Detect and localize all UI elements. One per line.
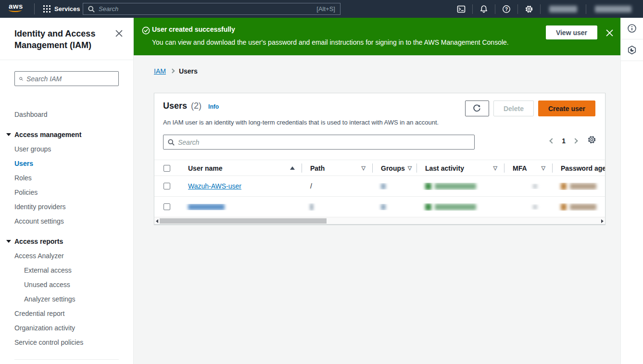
cloudshell-icon — [457, 5, 466, 13]
sidebar-item-identity-providers[interactable]: Identity providers — [0, 200, 133, 214]
breadcrumb-iam-link[interactable]: IAM — [154, 67, 166, 75]
sidebar-item-service-control-policies[interactable]: Service control policies — [0, 335, 133, 350]
mfa-value-redacted — [533, 204, 537, 210]
sidebar-section-access-reports[interactable]: Access reports — [0, 234, 133, 249]
sidebar-item-access-analyzer[interactable]: Access Analyzer — [0, 249, 133, 263]
banner-title: User created successfully — [152, 25, 235, 33]
global-search-box[interactable]: [Alt+S] — [83, 3, 340, 15]
mfa-value-redacted — [533, 184, 537, 189]
settings-button[interactable] — [522, 0, 536, 18]
panel-description: An IAM user is an identity with long-ter… — [163, 119, 439, 126]
settings-gear-icon — [525, 5, 533, 13]
services-grid-icon — [43, 5, 50, 13]
search-icon — [88, 6, 95, 13]
sidebar-section-access-management[interactable]: Access management — [0, 127, 133, 142]
help-button[interactable]: ? — [499, 0, 514, 18]
account-menu-redacted[interactable] — [595, 6, 631, 13]
sidebar-item-organization-activity[interactable]: Organization activity — [0, 321, 133, 335]
notifications-bell-icon — [479, 5, 488, 13]
sidebar-item-external-access[interactable]: External access — [0, 263, 133, 277]
delete-button[interactable]: Delete — [493, 100, 534, 116]
table-preferences-button[interactable] — [587, 135, 596, 144]
column-header-user-name[interactable]: User name — [179, 160, 302, 176]
sidebar-nav: Dashboard Access management User groups … — [0, 107, 133, 350]
table-row: Wazuh-AWS-user / — [154, 176, 605, 197]
sidebar-item-account-settings[interactable]: Account settings — [0, 214, 133, 228]
sidebar-item-dashboard[interactable]: Dashboard — [0, 107, 133, 122]
banner-close-button[interactable] — [604, 27, 615, 38]
select-all-checkbox[interactable] — [164, 165, 170, 172]
filter-icon[interactable]: ▽ — [493, 165, 497, 171]
user-name-redacted[interactable] — [188, 204, 225, 210]
create-user-button[interactable]: Create user — [538, 100, 595, 116]
path-value: / — [310, 182, 312, 190]
table-row — [154, 197, 605, 217]
success-flashbar: User created successfully You can view a… — [134, 18, 620, 55]
filter-icon[interactable]: ▽ — [542, 165, 545, 171]
column-header-password-age[interactable]: Password age — [552, 160, 605, 176]
panel-actions: Delete Create user — [465, 100, 595, 116]
refresh-button[interactable] — [465, 100, 489, 116]
column-divider — [552, 163, 553, 173]
scrollbar-thumb[interactable] — [160, 218, 327, 224]
info-link[interactable]: Info — [208, 103, 219, 110]
table-search-box[interactable] — [163, 135, 475, 150]
column-header-groups[interactable]: Groups ▽ — [372, 160, 416, 176]
sidebar-search-box[interactable] — [14, 71, 119, 86]
table-search-input[interactable] — [178, 138, 470, 146]
sidebar-item-users[interactable]: Users — [0, 156, 133, 171]
caret-down-icon — [6, 133, 11, 136]
sidebar-item-user-groups[interactable]: User groups — [0, 142, 133, 156]
sort-ascending-icon[interactable] — [290, 166, 295, 170]
last-activity-value-redacted — [435, 183, 476, 189]
services-label: Services — [54, 5, 80, 13]
caret-down-icon — [6, 240, 11, 243]
nav-separator — [472, 4, 473, 14]
row-checkbox[interactable] — [164, 183, 170, 189]
previous-page-button[interactable] — [550, 138, 555, 143]
search-icon — [168, 139, 175, 146]
nav-separator — [586, 4, 586, 14]
sidebar-item-unused-access[interactable]: Unused access — [0, 277, 133, 292]
row-checkbox[interactable] — [164, 203, 170, 210]
sidebar-title: Identity and Access Management (IAM) — [14, 28, 106, 51]
hexagon-panel-button[interactable] — [621, 39, 643, 61]
horizontal-scrollbar[interactable] — [154, 217, 605, 224]
notifications-button[interactable] — [477, 0, 491, 18]
path-value-redacted — [310, 203, 313, 211]
page-number[interactable]: 1 — [562, 137, 566, 145]
region-selector-redacted[interactable] — [549, 6, 577, 13]
view-user-button[interactable]: View user — [546, 25, 597, 39]
column-header-path[interactable]: Path ▽ — [302, 160, 372, 176]
strip-divider — [621, 61, 643, 61]
banner-message: You can view and download the user's pas… — [152, 38, 509, 46]
aws-logo[interactable]: aws — [9, 3, 25, 12]
nav-separator — [517, 4, 518, 14]
cloudshell-button[interactable] — [454, 0, 468, 18]
search-shortcut-hint: [Alt+S] — [316, 5, 335, 13]
success-check-icon — [142, 26, 150, 35]
breadcrumb-current: Users — [179, 67, 198, 75]
next-page-button[interactable] — [572, 138, 578, 143]
sidebar-item-analyzer-settings[interactable]: Analyzer settings — [0, 292, 133, 306]
sidebar-item-policies[interactable]: Policies — [0, 185, 133, 200]
user-name-link[interactable]: Wazuh-AWS-user — [188, 182, 241, 190]
panel-header: Users (2) Info — [163, 101, 219, 111]
sidebar-close-button[interactable] — [114, 28, 124, 38]
sidebar-item-credential-report[interactable]: Credential report — [0, 306, 133, 321]
info-panel-button[interactable] — [621, 18, 643, 39]
nav-separator — [495, 4, 495, 14]
global-search-input[interactable] — [99, 5, 313, 13]
sidebar-item-roles[interactable]: Roles — [0, 171, 133, 185]
sidebar-header: Identity and Access Management (IAM) — [0, 18, 133, 60]
sidebar-search-input[interactable] — [26, 75, 114, 83]
scroll-left-arrow-icon[interactable] — [156, 219, 158, 223]
column-header-last-activity[interactable]: Last activity ▽ — [416, 160, 504, 176]
services-menu-button[interactable]: Services — [43, 0, 80, 18]
column-header-mfa[interactable]: MFA ▽ — [504, 160, 552, 176]
filter-icon[interactable]: ▽ — [362, 165, 366, 171]
top-navigation-bar: aws Services [Alt+S] — [0, 0, 643, 18]
refresh-icon — [473, 104, 481, 113]
filter-icon[interactable]: ▽ — [408, 165, 412, 171]
scroll-right-arrow-icon[interactable] — [601, 219, 604, 223]
